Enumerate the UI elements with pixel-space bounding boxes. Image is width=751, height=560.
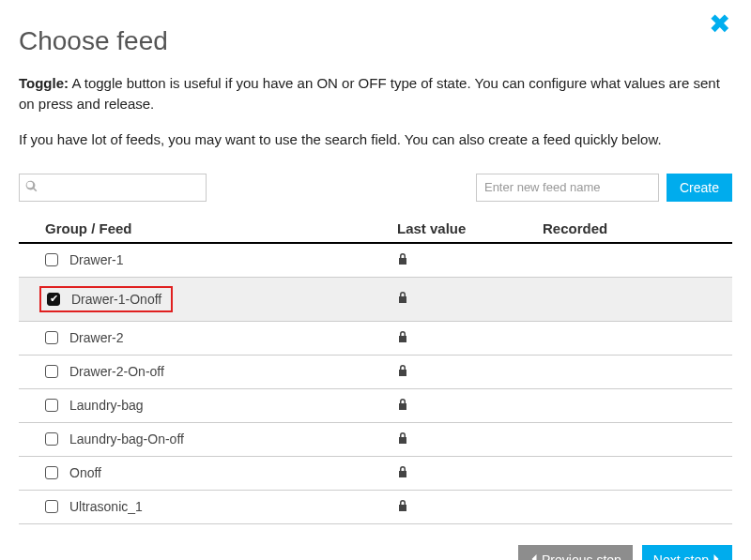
- page-title: Choose feed: [19, 26, 732, 56]
- checkbox-icon[interactable]: [45, 331, 58, 344]
- previous-step-label: Previous step: [542, 552, 621, 561]
- feed-name: Drawer-1: [69, 252, 124, 267]
- table-row[interactable]: Drawer-1: [19, 244, 732, 278]
- checkbox-icon[interactable]: [45, 432, 58, 446]
- lock-icon: [397, 291, 408, 307]
- lock-icon: [397, 499, 408, 515]
- checkbox-icon[interactable]: [45, 466, 58, 479]
- checkbox-icon[interactable]: ✔: [47, 293, 60, 306]
- lock-icon: [397, 465, 408, 481]
- feed-name: Drawer-2-On-off: [69, 364, 164, 379]
- feeds-table: Group / Feed Last value Recorded Drawer-…: [19, 215, 732, 524]
- checkbox-icon[interactable]: [45, 500, 58, 513]
- table-row[interactable]: Onoff: [19, 457, 732, 491]
- chevron-right-icon: [713, 552, 721, 561]
- feed-name: Onoff: [69, 465, 101, 480]
- feed-name: Drawer-1-Onoff: [71, 292, 161, 307]
- lock-icon: [397, 252, 408, 268]
- description: Toggle: A toggle button is useful if you…: [19, 73, 732, 114]
- description-label: Toggle:: [19, 75, 69, 91]
- table-row[interactable]: Drawer-2-On-off: [19, 356, 732, 389]
- table-row[interactable]: Ultrasonic_1: [19, 491, 732, 524]
- feed-name: Ultrasonic_1: [69, 499, 143, 514]
- table-row[interactable]: ✔Drawer-1-Onoff: [19, 278, 732, 322]
- create-button[interactable]: Create: [667, 174, 732, 202]
- feed-name: Laundry-bag-On-off: [69, 431, 184, 446]
- next-step-label: Next step: [653, 552, 709, 561]
- hint-text: If you have lot of feeds, you may want t…: [19, 131, 732, 147]
- new-feed-input[interactable]: [476, 174, 659, 202]
- chevron-left-icon: [529, 552, 538, 561]
- table-row[interactable]: Drawer-2: [19, 322, 732, 356]
- lock-icon: [397, 431, 408, 447]
- table-row[interactable]: Laundry-bag: [19, 389, 732, 423]
- feed-name: Drawer-2: [69, 330, 124, 345]
- checkbox-icon[interactable]: [45, 399, 58, 412]
- col-header-last: Last value: [397, 220, 543, 236]
- checkbox-icon[interactable]: [45, 253, 58, 266]
- checkbox-icon[interactable]: [45, 365, 58, 378]
- previous-step-button[interactable]: Previous step: [518, 545, 633, 561]
- search-icon: [25, 180, 38, 195]
- next-step-button[interactable]: Next step: [642, 545, 732, 561]
- close-icon[interactable]: ✖: [709, 11, 730, 38]
- feed-name: Laundry-bag: [69, 398, 144, 413]
- description-text: A toggle button is useful if you have an…: [19, 75, 720, 112]
- table-row[interactable]: Laundry-bag-On-off: [19, 423, 732, 457]
- lock-icon: [397, 330, 408, 346]
- lock-icon: [397, 364, 408, 380]
- search-input[interactable]: [19, 174, 207, 202]
- col-header-group: Group / Feed: [45, 220, 397, 236]
- lock-icon: [397, 398, 408, 414]
- col-header-recorded: Recorded: [543, 220, 732, 236]
